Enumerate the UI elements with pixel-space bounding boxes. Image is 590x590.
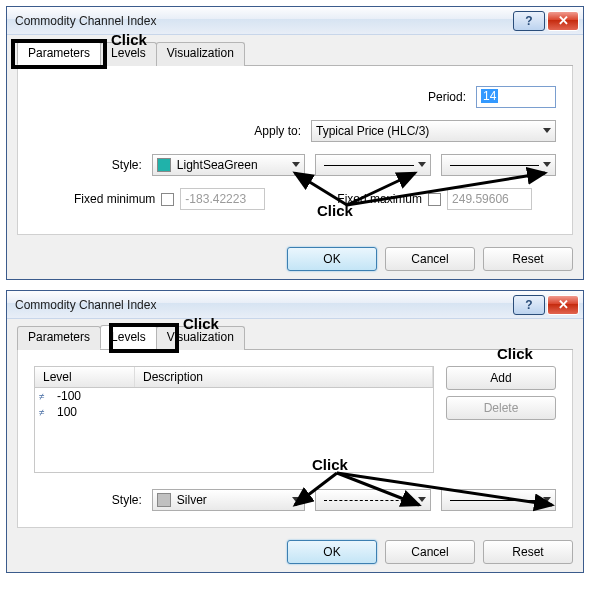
ok-label: OK — [323, 545, 340, 559]
col-description[interactable]: Description — [135, 367, 433, 387]
level-value: -100 — [57, 389, 81, 403]
period-value: 14 — [481, 89, 498, 103]
fixedmax-checkbox[interactable] — [428, 193, 441, 206]
fixedmin-label: Fixed minimum — [74, 192, 155, 206]
levels-list[interactable]: ≠ -100 ≠ 100 — [34, 388, 434, 473]
add-button[interactable]: Add — [446, 366, 556, 390]
chevron-down-icon — [418, 497, 426, 503]
fixedmax-label: Fixed maximum — [337, 192, 422, 206]
tab-label: Visualization — [167, 330, 234, 344]
col-level[interactable]: Level — [35, 367, 135, 387]
help-button[interactable]: ? — [513, 11, 545, 31]
applyto-label: Apply to: — [254, 124, 301, 138]
style-width-dropdown[interactable] — [441, 489, 556, 511]
button-row: OK Cancel Reset — [7, 239, 583, 279]
chevron-down-icon — [543, 162, 551, 168]
period-label: Period: — [428, 90, 466, 104]
color-swatch — [157, 493, 171, 507]
period-input[interactable]: 14 — [476, 86, 556, 108]
tab-label: Levels — [111, 330, 146, 344]
ok-label: OK — [323, 252, 340, 266]
help-button[interactable]: ? — [513, 295, 545, 315]
reset-button[interactable]: Reset — [483, 540, 573, 564]
cancel-label: Cancel — [411, 252, 448, 266]
cancel-button[interactable]: Cancel — [385, 540, 475, 564]
fixedmin-input[interactable] — [180, 188, 265, 210]
line-sample-icon — [324, 500, 413, 501]
fixedmin-checkbox[interactable] — [161, 193, 174, 206]
levels-table-header: Level Description — [34, 366, 434, 388]
button-row: OK Cancel Reset — [7, 532, 583, 572]
dialog-levels: Commodity Channel Index ? ✕ Parameters L… — [6, 290, 584, 573]
style-color-name: Silver — [177, 493, 207, 507]
chevron-down-icon — [543, 128, 551, 134]
close-button[interactable]: ✕ — [547, 295, 579, 315]
window-title: Commodity Channel Index — [15, 298, 511, 312]
tab-strip: Parameters Levels Visualization — [17, 325, 573, 350]
style-color-dropdown[interactable]: Silver — [152, 489, 306, 511]
window-title: Commodity Channel Index — [15, 14, 511, 28]
reset-button[interactable]: Reset — [483, 247, 573, 271]
style-width-dropdown[interactable] — [441, 154, 556, 176]
style-label: Style: — [94, 158, 142, 172]
style-line-dropdown[interactable] — [315, 489, 430, 511]
add-label: Add — [490, 371, 511, 385]
level-icon: ≠ — [39, 407, 53, 418]
list-item[interactable]: ≠ -100 — [35, 388, 433, 404]
level-value: 100 — [57, 405, 77, 419]
line-sample-icon — [450, 500, 539, 501]
tab-label: Parameters — [28, 330, 90, 344]
style-color-dropdown[interactable]: LightSeaGreen — [152, 154, 306, 176]
tab-label: Visualization — [167, 46, 234, 60]
titlebar[interactable]: Commodity Channel Index ? ✕ — [7, 291, 583, 319]
tab-visualization[interactable]: Visualization — [156, 42, 245, 66]
close-button[interactable]: ✕ — [547, 11, 579, 31]
style-color-name: LightSeaGreen — [177, 158, 258, 172]
tab-levels[interactable]: Levels — [100, 42, 157, 66]
chevron-down-icon — [418, 162, 426, 168]
fixedmax-input[interactable] — [447, 188, 532, 210]
cancel-button[interactable]: Cancel — [385, 247, 475, 271]
line-sample-icon — [324, 165, 413, 166]
reset-label: Reset — [512, 252, 543, 266]
cancel-label: Cancel — [411, 545, 448, 559]
ok-button[interactable]: OK — [287, 540, 377, 564]
delete-button[interactable]: Delete — [446, 396, 556, 420]
tab-strip: Parameters Levels Visualization — [17, 41, 573, 66]
ok-button[interactable]: OK — [287, 247, 377, 271]
tab-label: Levels — [111, 46, 146, 60]
applyto-dropdown[interactable]: Typical Price (HLC/3) — [311, 120, 556, 142]
tab-label: Parameters — [28, 46, 90, 60]
titlebar[interactable]: Commodity Channel Index ? ✕ — [7, 7, 583, 35]
applyto-value: Typical Price (HLC/3) — [316, 124, 429, 138]
tab-parameters[interactable]: Parameters — [17, 41, 101, 65]
line-sample-icon — [450, 165, 539, 166]
color-swatch — [157, 158, 171, 172]
style-line-dropdown[interactable] — [315, 154, 430, 176]
tab-levels[interactable]: Levels — [100, 325, 157, 349]
tab-visualization[interactable]: Visualization — [156, 326, 245, 350]
delete-label: Delete — [484, 401, 519, 415]
level-icon: ≠ — [39, 391, 53, 402]
tab-parameters[interactable]: Parameters — [17, 326, 101, 350]
chevron-down-icon — [292, 497, 300, 503]
chevron-down-icon — [543, 497, 551, 503]
reset-label: Reset — [512, 545, 543, 559]
list-item[interactable]: ≠ 100 — [35, 404, 433, 420]
chevron-down-icon — [292, 162, 300, 168]
style-label: Style: — [94, 493, 142, 507]
dialog-parameters: Commodity Channel Index ? ✕ Parameters L… — [6, 6, 584, 280]
